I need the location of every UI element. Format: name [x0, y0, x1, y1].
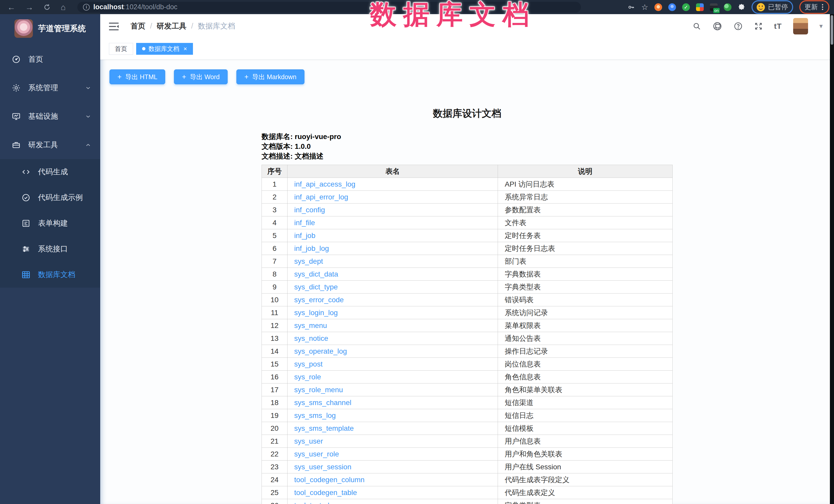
bookmark-star-icon[interactable]: ☆: [641, 3, 648, 12]
site-info-icon[interactable]: i: [83, 4, 90, 10]
row-index-cell: 19: [262, 409, 287, 422]
browser-reload-icon[interactable]: [43, 3, 51, 11]
table-name-link[interactable]: sys_post: [294, 360, 323, 368]
table-name-link[interactable]: sys_login_log: [294, 309, 338, 316]
sidebar-subitem-code-generation[interactable]: 代码生成: [0, 159, 100, 185]
active-tab-dot-icon: [142, 47, 146, 50]
github-icon[interactable]: [712, 21, 722, 31]
sidebar-menu: 首页系统管理基础设施研发工具代码生成代码生成示例表单构建系统接口数据库文档: [0, 43, 100, 288]
export-markdown-button[interactable]: +导出 Markdown: [236, 69, 305, 84]
table-name-link[interactable]: sys_sms_log: [294, 412, 336, 419]
table-row: 6inf_job_log定时任务日志表: [262, 242, 673, 255]
table-name-link[interactable]: inf_file: [294, 219, 315, 227]
table-name-link[interactable]: inf_config: [294, 206, 325, 214]
table-name-link[interactable]: sys_sms_template: [294, 424, 354, 432]
browser-menu-dots-icon[interactable]: [821, 4, 824, 10]
row-index-cell: 18: [262, 396, 287, 409]
sidebar-subitem-form-builder[interactable]: 表单构建: [0, 211, 100, 236]
font-size-icon[interactable]: tT: [774, 22, 782, 30]
extension-grid-icon[interactable]: [696, 3, 704, 11]
table-name-cell: sys_post: [287, 358, 498, 371]
sidebar-logo-row[interactable]: 芋道管理系统: [0, 14, 100, 43]
table-name-link[interactable]: sys_dict_type: [294, 283, 338, 291]
help-icon[interactable]: [733, 22, 743, 31]
fullscreen-icon[interactable]: [754, 22, 763, 30]
table-name-link[interactable]: sys_role: [294, 373, 321, 381]
table-name-link[interactable]: sys_notice: [294, 334, 328, 342]
extension-switch-icon[interactable]: on: [710, 3, 718, 11]
table-name-link[interactable]: tool_codegen_table: [294, 488, 357, 497]
table-row: 13sys_notice通知公告表: [262, 332, 673, 345]
row-index-cell: 6: [262, 242, 287, 255]
table-name-link[interactable]: inf_job_log: [294, 244, 329, 253]
table-name-link[interactable]: inf_api_access_log: [294, 180, 355, 188]
sidebar-subitem-code-generation-example[interactable]: 代码生成示例: [0, 185, 100, 211]
update-badge[interactable]: 更新: [799, 0, 829, 14]
table-row: 21sys_user用户信息表: [262, 435, 673, 448]
search-icon[interactable]: [693, 22, 701, 30]
table-name-link[interactable]: sys_user: [294, 437, 323, 445]
table-name-link[interactable]: sys_role_menu: [294, 386, 343, 394]
sidebar-item-system-management[interactable]: 系统管理: [0, 73, 100, 102]
avatar[interactable]: [793, 18, 808, 35]
extension-blue-icon[interactable]: [668, 3, 676, 11]
sidebar-subitem-db-doc[interactable]: 数据库文档: [0, 262, 100, 288]
export-html-button[interactable]: +导出 HTML: [109, 69, 165, 84]
extension-leaf-icon[interactable]: [724, 3, 731, 11]
sidebar-item-label: 系统管理: [28, 83, 58, 93]
collapse-sidebar-icon[interactable]: [109, 23, 119, 30]
table-name-link[interactable]: sys_dict_data: [294, 270, 338, 278]
table-name-link[interactable]: sys_operate_log: [294, 347, 347, 355]
breadcrumb-item[interactable]: 首页: [131, 21, 146, 31]
table-description-cell: 错误码表: [498, 293, 673, 306]
table-row: 22sys_user_role用户和角色关联表: [262, 448, 673, 461]
extension-check-icon[interactable]: [682, 3, 690, 11]
scrollbar-thumb[interactable]: [831, 15, 833, 45]
tab-close-icon[interactable]: ×: [183, 46, 187, 52]
tables-overview-table: 序号表名说明 1inf_api_access_logAPI 访问日志表2inf_…: [262, 165, 673, 504]
table-name-cell: sys_operate_log: [287, 345, 498, 358]
window-scrollbar[interactable]: [830, 14, 834, 504]
paused-badge-label: 已暂停: [768, 3, 788, 12]
table-name-link[interactable]: sys_error_code: [294, 296, 344, 304]
browser-back-icon[interactable]: ←: [7, 3, 16, 11]
button-label: 导出 HTML: [125, 73, 157, 81]
browser-home-icon[interactable]: ⌂: [61, 3, 66, 11]
row-index-cell: 10: [262, 293, 287, 306]
table-name-cell: sys_login_log: [287, 306, 498, 319]
tab-首页[interactable]: 首页: [109, 43, 133, 55]
url-bar[interactable]: i localhost:1024/tool/db-doc: [77, 2, 581, 13]
table-name-cell: sys_error_code: [287, 293, 498, 306]
browser-forward-icon[interactable]: →: [25, 3, 34, 11]
row-index-cell: 3: [262, 203, 287, 216]
sidebar-item-infrastructure[interactable]: 基础设施: [0, 102, 100, 131]
paused-extension-badge[interactable]: 已暂停: [751, 0, 793, 14]
table-name-link[interactable]: inf_api_error_log: [294, 193, 348, 201]
table-row: 16sys_role角色信息表: [262, 371, 673, 384]
table-name-link[interactable]: sys_menu: [294, 322, 327, 329]
table-name-link[interactable]: sys_dept: [294, 257, 323, 265]
export-word-button[interactable]: +导出 Word: [174, 69, 228, 84]
sidebar-item-home[interactable]: 首页: [0, 45, 100, 73]
key-icon[interactable]: [628, 3, 635, 11]
sliders-icon: [21, 244, 31, 254]
table-name-link[interactable]: sys_user_role: [294, 450, 339, 458]
sidebar-subitem-label: 代码生成: [38, 167, 68, 177]
table-name-link[interactable]: tool_test_demo: [294, 501, 343, 504]
sidebar-item-dev-tools[interactable]: 研发工具: [0, 131, 100, 159]
table-description-cell: 角色信息表: [498, 371, 673, 384]
tab-数据库文档[interactable]: 数据库文档×: [136, 43, 193, 55]
row-index-cell: 20: [262, 422, 287, 435]
table-name-link[interactable]: sys_user_session: [294, 463, 351, 471]
extension-orange-icon[interactable]: [654, 3, 662, 11]
table-name-link[interactable]: inf_job: [294, 232, 315, 240]
breadcrumb-item[interactable]: 研发工具: [157, 21, 186, 31]
avatar-caret-icon[interactable]: ▾: [819, 22, 823, 30]
sidebar-subitem-system-api[interactable]: 系统接口: [0, 236, 100, 262]
table-name-link[interactable]: tool_codegen_column: [294, 476, 365, 484]
tab-label: 数据库文档: [149, 45, 179, 53]
table-row: 23sys_user_session用户在线 Session: [262, 461, 673, 474]
extensions-puzzle-icon[interactable]: [738, 3, 745, 11]
doc-info-label: 数据库名:: [262, 133, 295, 140]
table-name-link[interactable]: sys_sms_channel: [294, 399, 351, 407]
